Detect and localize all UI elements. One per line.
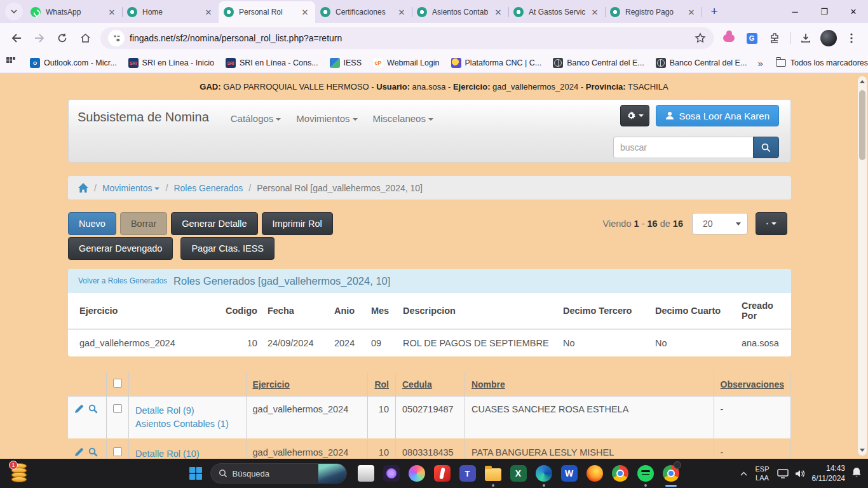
all-bookmarks-button[interactable]: Todos los marcadores <box>776 58 868 67</box>
borrar-button[interactable]: Borrar <box>120 212 167 235</box>
taskbar-spotify[interactable] <box>633 459 658 488</box>
detalle-rol-link[interactable]: Detalle Rol (10) <box>135 447 240 459</box>
asientos-contables-link[interactable]: Asientos Contables (1) <box>135 417 240 431</box>
menu-movimientos[interactable]: Movimientos <box>296 113 357 124</box>
tab-at-gastos[interactable]: At Gastos Servic ✕ <box>508 1 605 23</box>
col-ejercicio-sort[interactable]: Ejercicio <box>246 372 368 396</box>
tab-registro-pago[interactable]: Registro Pago ✕ <box>605 1 702 23</box>
taskbar-app-copilot[interactable] <box>404 459 430 488</box>
pagar-ctas-iess-button[interactable]: Pagar Ctas. IESS <box>180 237 275 260</box>
generar-detalle-button[interactable]: Generar Detalle <box>171 212 257 235</box>
scrollbar-thumb[interactable] <box>859 90 865 160</box>
tab-close-icon[interactable]: ✕ <box>686 7 696 17</box>
tab-close-icon[interactable]: ✕ <box>300 7 310 17</box>
back-button[interactable] <box>6 28 27 48</box>
taskbar-app-purple[interactable] <box>379 459 404 488</box>
window-close-button[interactable]: ✕ <box>839 0 868 23</box>
bookmark-outlook[interactable]: OOutlook.com - Micr... <box>30 58 117 68</box>
site-info-icon[interactable] <box>108 30 125 46</box>
row-checkbox[interactable] <box>113 447 122 456</box>
tab-whatsapp[interactable]: WhatsApp ✕ <box>25 1 122 23</box>
select-all-checkbox[interactable] <box>113 379 122 388</box>
new-tab-button[interactable]: + <box>705 3 723 20</box>
taskbar-notify-app[interactable]: 1 <box>11 463 28 482</box>
address-bar[interactable]: fingads.net/sf2/nomina/personal_rol_list… <box>100 27 714 49</box>
taskbar-chrome[interactable] <box>607 459 633 488</box>
view-magnifier-icon[interactable] <box>88 447 98 457</box>
downloads-icon[interactable] <box>796 29 815 48</box>
bookmark-sri-consultas[interactable]: SRISRI en Línea - Cons... <box>226 58 318 68</box>
tab-personal-rol-active[interactable]: Personal Rol ✕ <box>219 1 315 23</box>
cast-screen-icon[interactable] <box>777 469 789 478</box>
view-magnifier-icon[interactable] <box>88 404 98 414</box>
taskbar-edge[interactable] <box>531 459 557 488</box>
imprimir-rol-button[interactable]: Imprimir Rol <box>262 212 333 235</box>
forward-button[interactable] <box>29 28 50 48</box>
breadcrumb-movimientos[interactable]: Movimientos <box>102 183 160 193</box>
tab-close-icon[interactable]: ✕ <box>203 7 214 17</box>
edit-pencil-icon[interactable] <box>74 447 84 457</box>
breadcrumb-roles-generados[interactable]: Roles Generados <box>173 183 243 193</box>
settings-gear-button[interactable] <box>620 105 649 126</box>
print-button[interactable] <box>756 212 787 235</box>
col-nombre-sort[interactable]: Nombre <box>465 372 714 396</box>
taskbar-app-window[interactable] <box>353 459 379 488</box>
user-account-button[interactable]: Sosa Loor Ana Karen <box>656 105 779 126</box>
tab-close-icon[interactable]: ✕ <box>493 7 503 17</box>
language-indicator[interactable]: ESPLAA <box>755 464 769 483</box>
page-size-select[interactable]: 20 <box>692 213 748 234</box>
bookmark-banco-central-2[interactable]: Banco Central del E... <box>656 58 747 68</box>
search-input[interactable] <box>613 137 753 158</box>
taskbar-app-red[interactable] <box>430 459 455 488</box>
home-button[interactable] <box>75 28 95 48</box>
window-maximize-button[interactable]: ❐ <box>810 0 839 23</box>
col-cedula-sort[interactable]: Cedula <box>396 372 465 396</box>
bookmark-webmail[interactable]: cPWebmail Login <box>373 58 439 68</box>
taskbar-file-explorer[interactable] <box>480 459 506 488</box>
menu-catalogos[interactable]: Catálogos <box>231 113 281 124</box>
taskbar-app-teams[interactable]: T <box>455 459 480 488</box>
start-button[interactable] <box>185 463 207 484</box>
row-checkbox[interactable] <box>113 404 122 413</box>
generar-devengado-button[interactable]: Generar Devengado <box>68 237 173 260</box>
bookmark-iess[interactable]: IESS <box>330 58 362 68</box>
tab-certificaciones[interactable]: Certificaciones ✕ <box>315 1 412 23</box>
nuevo-button[interactable]: Nuevo <box>68 212 116 235</box>
apps-grid-icon[interactable] <box>6 57 15 69</box>
tab-search-button[interactable] <box>5 3 23 20</box>
clock[interactable]: 14:43 6/11/2024 <box>812 463 846 484</box>
reload-button[interactable] <box>52 28 72 48</box>
notification-bell-icon[interactable] <box>851 467 862 480</box>
taskbar-word[interactable]: W <box>557 459 582 488</box>
translate-icon[interactable]: G <box>742 29 761 48</box>
page-scrollbar[interactable] <box>858 76 867 456</box>
bookmark-cnc[interactable]: Plataforma CNC | C... <box>451 58 542 68</box>
volume-icon[interactable] <box>795 469 806 478</box>
volver-link[interactable]: Volver a Roles Generados <box>78 276 167 285</box>
edit-pencil-icon[interactable] <box>74 404 84 414</box>
profile-avatar[interactable] <box>819 29 838 48</box>
bookmarks-overflow-chevron[interactable]: » <box>757 58 763 69</box>
tab-asientos-contables[interactable]: Asientos Contab ✕ <box>412 1 508 23</box>
taskbar-excel[interactable]: X <box>506 459 531 488</box>
tab-home[interactable]: Home ✕ <box>122 1 219 23</box>
taskbar-search[interactable]: Búsqueda <box>210 463 347 484</box>
tab-close-icon[interactable]: ✕ <box>107 7 117 17</box>
col-rol-sort[interactable]: Rol <box>368 372 396 396</box>
scroll-up-arrow[interactable] <box>860 80 865 83</box>
col-observaciones-sort[interactable]: Observaciones <box>714 372 790 396</box>
tray-expand-chevron[interactable] <box>740 470 747 477</box>
extensions-puzzle-icon[interactable] <box>765 29 784 48</box>
detalle-rol-link[interactable]: Detalle Rol (9) <box>135 404 240 417</box>
bookmark-banco-central-1[interactable]: Banco Central del E... <box>553 58 644 68</box>
bookmark-sri-inicio[interactable]: SRISRI en Línea - Inicio <box>128 58 214 68</box>
tab-close-icon[interactable]: ✕ <box>590 7 600 17</box>
window-minimize-button[interactable]: ─ <box>780 0 810 23</box>
taskbar-firefox[interactable] <box>582 459 607 488</box>
taskbar-chrome-active[interactable] <box>658 459 684 488</box>
browser-menu-icon[interactable] <box>842 29 861 48</box>
tab-close-icon[interactable]: ✕ <box>397 7 407 17</box>
bookmark-star-icon[interactable] <box>695 32 706 44</box>
scroll-down-arrow[interactable] <box>860 449 865 452</box>
search-button[interactable] <box>753 137 779 158</box>
